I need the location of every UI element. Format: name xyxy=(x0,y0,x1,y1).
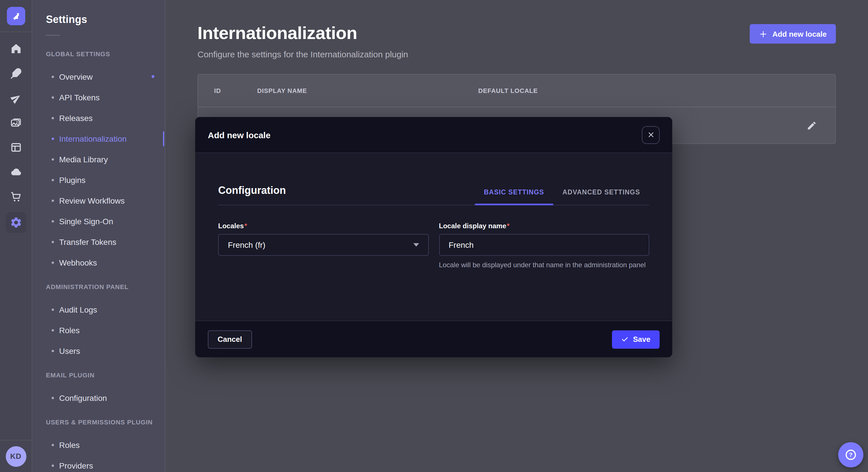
bullet-icon xyxy=(52,444,54,446)
modal-body: Configuration BASIC SETTINGS ADVANCED SE… xyxy=(195,153,672,321)
sidebar-section-email-plugin: EMAIL PLUGINConfiguration xyxy=(32,365,165,408)
section-header-email-plugin: EMAIL PLUGIN xyxy=(32,365,165,385)
locales-select[interactable]: French (fr) xyxy=(218,234,429,256)
check-icon xyxy=(621,336,628,343)
form-fields: Locales* French (fr) Locale display name… xyxy=(218,220,649,270)
bullet-icon xyxy=(52,76,54,78)
section-header-users-permissions-plugin: USERS & PERMISSIONS PLUGIN xyxy=(32,412,165,432)
settings-tabs: BASIC SETTINGS ADVANCED SETTINGS xyxy=(475,188,649,197)
rail-footer: KD xyxy=(0,440,32,472)
sidebar-item-single-sign-on[interactable]: Single Sign-On xyxy=(32,211,165,232)
sidebar-item-audit-logs[interactable]: Audit Logs xyxy=(32,299,165,320)
bullet-icon xyxy=(52,308,54,311)
rail-icon-list xyxy=(0,32,32,231)
cancel-button[interactable]: Cancel xyxy=(208,330,252,348)
modal-close-button[interactable] xyxy=(642,126,660,144)
sidebar-item-api-tokens[interactable]: API Tokens xyxy=(32,87,165,108)
sidebar-item-providers[interactable]: Providers xyxy=(32,456,165,472)
nav-rail: KD xyxy=(0,0,32,472)
sidebar-item-label: Roles xyxy=(59,326,80,335)
sidebar-item-releases[interactable]: Releases xyxy=(32,108,165,129)
locale-display-name-input[interactable] xyxy=(439,234,649,256)
bullet-icon xyxy=(52,117,54,119)
plus-icon xyxy=(759,30,768,38)
tab-basic-settings[interactable]: BASIC SETTINGS xyxy=(475,188,553,197)
sidebar-item-label: Plugins xyxy=(59,175,86,185)
help-button[interactable]: ? xyxy=(838,442,863,467)
sidebar-item-label: Audit Logs xyxy=(59,305,97,314)
bullet-icon xyxy=(52,262,54,264)
logo-section xyxy=(0,0,32,32)
sidebar-item-media-library[interactable]: Media Library xyxy=(32,149,165,170)
display-name-label: Locale display name* xyxy=(439,222,509,230)
bullet-icon xyxy=(52,220,54,223)
app-root: KD Settings GLOBAL SETTINGSOverviewAPI T… xyxy=(0,0,868,472)
home-icon[interactable] xyxy=(9,42,23,56)
sidebar-item-overview[interactable]: Overview xyxy=(32,67,165,87)
avatar[interactable]: KD xyxy=(5,446,26,467)
bullet-icon xyxy=(52,350,54,352)
configuration-heading: Configuration xyxy=(218,185,286,197)
sidebar-item-label: API Tokens xyxy=(59,93,100,102)
sidebar-item-label: Providers xyxy=(59,461,93,470)
sidebar-item-webhooks[interactable]: Webhooks xyxy=(32,252,165,273)
modal-title: Add new locale xyxy=(208,130,270,140)
svg-text:?: ? xyxy=(849,451,853,458)
display-name-field: Locale display name* Locale will be disp… xyxy=(439,220,649,270)
feather-icon[interactable] xyxy=(9,67,23,80)
cart-icon[interactable] xyxy=(9,190,23,204)
sidebar-item-label: Configuration xyxy=(59,394,107,403)
add-new-locale-label: Add new locale xyxy=(772,30,827,38)
bullet-icon xyxy=(52,158,54,161)
locales-select-value: French (fr) xyxy=(228,240,266,249)
required-asterisk: * xyxy=(507,222,509,230)
page-subtitle: Configure the settings for the Internati… xyxy=(197,49,408,59)
bullet-icon xyxy=(52,241,54,243)
settings-icon[interactable] xyxy=(5,212,26,233)
page-header: Internationalization Configure the setti… xyxy=(165,0,868,59)
section-header-administration-panel: ADMINISTRATION PANEL xyxy=(32,276,165,297)
sidebar-item-label: Single Sign-On xyxy=(59,217,113,226)
media-icon[interactable] xyxy=(9,116,23,130)
bullet-icon xyxy=(52,179,54,181)
sidebar-item-label: Users xyxy=(59,346,80,356)
edit-pencil-icon[interactable] xyxy=(807,120,817,131)
bullet-icon xyxy=(52,465,54,467)
bullet-icon xyxy=(52,329,54,332)
sidebar-item-transfer-tokens[interactable]: Transfer Tokens xyxy=(32,232,165,252)
sidebar-item-plugins[interactable]: Plugins xyxy=(32,170,165,191)
sidebar-item-label: Roles xyxy=(59,440,80,450)
send-icon[interactable] xyxy=(9,91,23,105)
add-new-locale-button[interactable]: Add new locale xyxy=(750,24,836,43)
strapi-logo[interactable] xyxy=(7,7,25,25)
sidebar-item-roles[interactable]: Roles xyxy=(32,320,165,341)
sidebar-item-review-workflows[interactable]: Review Workflows xyxy=(32,191,165,211)
settings-sidebar: Settings GLOBAL SETTINGSOverviewAPI Toke… xyxy=(32,0,165,472)
configuration-divider xyxy=(218,205,649,205)
sidebar-item-roles[interactable]: Roles xyxy=(32,435,165,456)
add-locale-modal: Add new locale Configuration BASIC SETTI… xyxy=(195,117,672,357)
save-button[interactable]: Save xyxy=(612,330,660,348)
column-header-default-locale: DEFAULT LOCALE xyxy=(478,87,538,94)
sidebar-item-configuration[interactable]: Configuration xyxy=(32,388,165,408)
cloud-icon[interactable] xyxy=(9,165,23,179)
close-icon xyxy=(647,131,654,138)
sidebar-item-label: Overview xyxy=(59,72,93,81)
sidebar-section-administration-panel: ADMINISTRATION PANELAudit LogsRolesUsers xyxy=(32,276,165,361)
sidebar-item-internationalization[interactable]: Internationalization xyxy=(32,129,165,149)
notification-dot xyxy=(152,75,154,78)
active-item-indicator xyxy=(163,131,164,146)
sidebar-item-label: Media Library xyxy=(59,155,108,164)
sidebar-section-users-permissions-plugin: USERS & PERMISSIONS PLUGINRolesProviders xyxy=(32,412,165,472)
sidebar-item-label: Transfer Tokens xyxy=(59,237,116,247)
sidebar-item-users[interactable]: Users xyxy=(32,341,165,361)
tab-advanced-settings[interactable]: ADVANCED SETTINGS xyxy=(553,188,649,197)
column-header-display-name: DISPLAY NAME xyxy=(257,87,478,94)
locales-table-header: ID DISPLAY NAME DEFAULT LOCALE xyxy=(198,74,835,107)
display-name-hint: Locale will be displayed under that name… xyxy=(439,260,649,270)
sidebar-nav: GLOBAL SETTINGSOverviewAPI TokensRelease… xyxy=(32,43,165,472)
layout-icon[interactable] xyxy=(9,140,23,154)
section-header-global-settings: GLOBAL SETTINGS xyxy=(32,43,165,64)
bullet-icon xyxy=(52,200,54,202)
sidebar-item-label: Webhooks xyxy=(59,258,97,267)
